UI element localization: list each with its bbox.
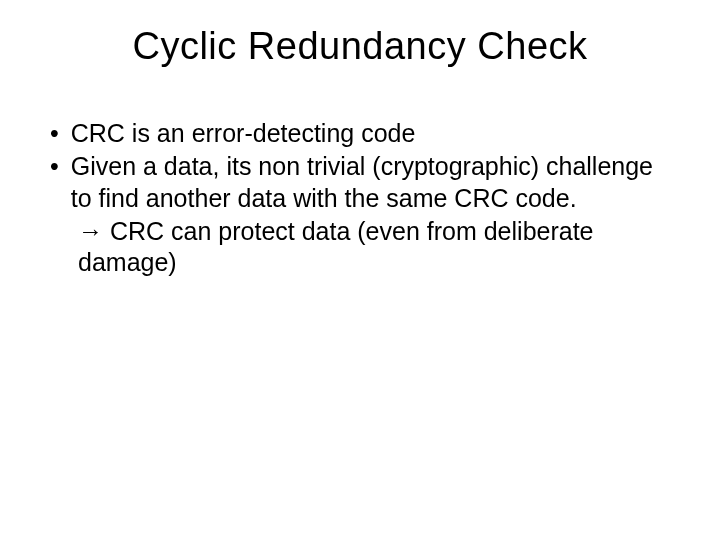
bullet-text: Given a data, its non trivial (cryptogra… (71, 151, 680, 214)
subline-text: → CRC can protect data (even from delibe… (78, 217, 594, 276)
slide-title: Cyclic Redundancy Check (40, 25, 680, 68)
slide-content: • CRC is an error-detecting code • Given… (40, 118, 680, 278)
bullet-marker: • (50, 118, 59, 149)
bullet-text: CRC is an error-detecting code (71, 118, 680, 149)
bullet-item: • Given a data, its non trivial (cryptog… (50, 151, 680, 214)
bullet-marker: • (50, 151, 59, 182)
bullet-item: • CRC is an error-detecting code (50, 118, 680, 149)
bullet-subline: → CRC can protect data (even from delibe… (50, 216, 680, 279)
